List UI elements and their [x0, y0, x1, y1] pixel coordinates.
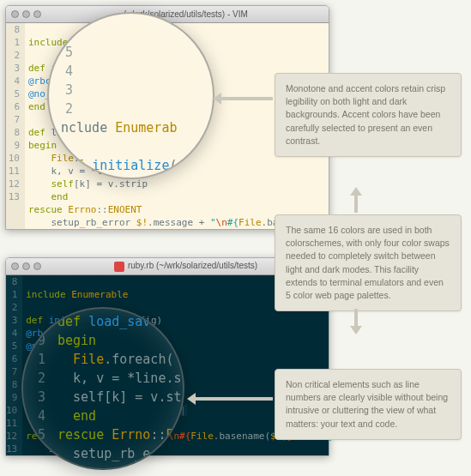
gutter-dark: 812345678910111213: [6, 275, 22, 455]
zoom-icon[interactable]: [33, 10, 41, 18]
close-icon[interactable]: [11, 262, 19, 270]
window-title-light: (~/wrk/solarized/utils/tests) - VIM: [48, 9, 323, 19]
minimize-icon[interactable]: [22, 10, 30, 18]
zoom-icon[interactable]: [33, 262, 41, 270]
callout-shared-colors: The same 16 colors are used in both colo…: [275, 214, 462, 311]
ruby-file-icon: [114, 262, 124, 272]
arrow-down-icon: [350, 309, 362, 334]
gutter-light: 812345678910111213: [6, 23, 25, 229]
magnifier-light: 65432 nclude Enumerabdef initialize(rbco…: [47, 12, 214, 179]
callout-contrast: Monotone and accent colors retain crisp …: [275, 73, 462, 157]
callout-line-numbers: Non critical elements such as line numbe…: [275, 369, 462, 440]
arrow-left-icon: [213, 93, 273, 105]
arrow-left-icon: [187, 393, 273, 405]
window-controls[interactable]: [11, 262, 41, 270]
window-controls[interactable]: [11, 10, 41, 18]
close-icon[interactable]: [11, 10, 19, 18]
arrow-up-icon: [350, 187, 362, 213]
magnifier-dark: 89123456 def load_savefbegin File.foreac…: [21, 307, 184, 470]
minimize-icon[interactable]: [22, 262, 30, 270]
